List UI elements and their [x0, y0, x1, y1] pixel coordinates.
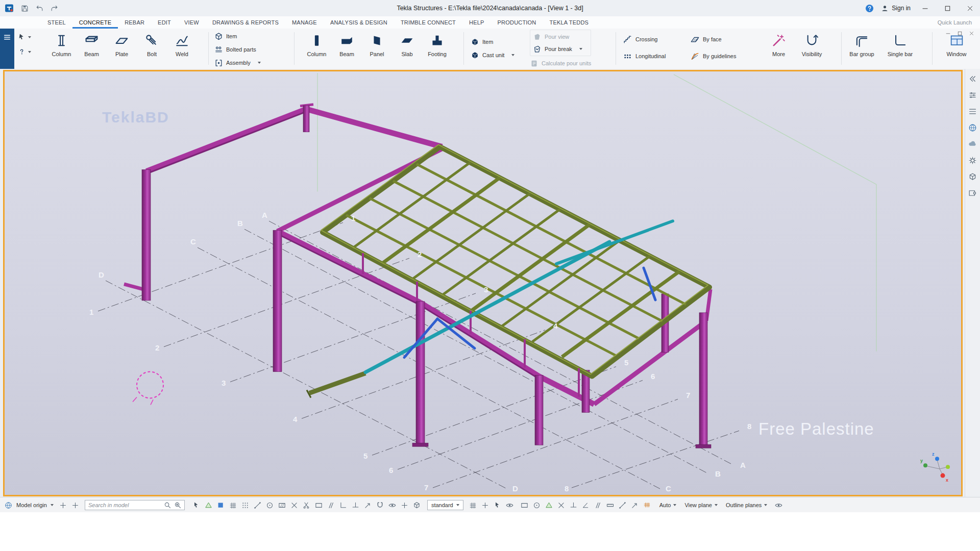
- bolt-button[interactable]: Bolt: [137, 30, 166, 67]
- tab-trimble-connect[interactable]: TRIMBLE CONNECT: [394, 16, 462, 29]
- sign-in-button[interactable]: Sign in: [880, 4, 911, 13]
- by-face-button[interactable]: By face: [690, 33, 736, 45]
- grid-icon[interactable]: [229, 501, 237, 510]
- ruler-icon[interactable]: [606, 501, 615, 510]
- magnifier-icon[interactable]: [163, 501, 172, 510]
- by-guidelines-button[interactable]: By guidelines: [690, 50, 736, 62]
- cursor-icon[interactable]: [192, 501, 201, 510]
- bolted-parts-button[interactable]: Bolted parts: [214, 43, 261, 56]
- grid-icon[interactable]: [469, 501, 477, 510]
- cross-icon[interactable]: [557, 501, 566, 510]
- concrete-column-button[interactable]: Column: [302, 30, 331, 67]
- search-in-model[interactable]: [85, 500, 185, 510]
- ribbon-close-icon[interactable]: [968, 30, 975, 37]
- ribbon-maximize-icon[interactable]: [957, 30, 963, 37]
- assembly-button[interactable]: Assembly: [214, 57, 261, 69]
- select-tool-button[interactable]: [17, 33, 31, 41]
- puzzle-icon[interactable]: [968, 188, 977, 198]
- parallel-icon[interactable]: [594, 501, 602, 510]
- model-view[interactable]: TeklaBD: [3, 70, 963, 496]
- tab-edit[interactable]: EDIT: [151, 16, 178, 29]
- close-button[interactable]: [962, 0, 978, 16]
- plate-button[interactable]: Plate: [107, 30, 136, 67]
- tab-help[interactable]: HELP: [462, 16, 491, 29]
- angle-icon[interactable]: [581, 501, 590, 510]
- tab-view[interactable]: VIEW: [178, 16, 206, 29]
- outline-planes-dropdown[interactable]: Outline planes: [726, 502, 767, 508]
- hatch-icon[interactable]: [278, 501, 286, 510]
- triangle-icon[interactable]: [204, 501, 213, 510]
- tab-rebar[interactable]: REBAR: [118, 16, 151, 29]
- concrete-beam-button[interactable]: Beam: [332, 30, 361, 67]
- crossing-button[interactable]: Crossing: [623, 33, 666, 45]
- perpendicular-icon[interactable]: [569, 501, 578, 510]
- plus-icon[interactable]: [400, 501, 409, 510]
- concrete-item-button[interactable]: Item: [471, 36, 514, 48]
- circle-icon[interactable]: [532, 501, 541, 510]
- minimize-button[interactable]: [917, 0, 933, 16]
- save-button[interactable]: [20, 4, 29, 13]
- view-plane-dropdown[interactable]: View plane: [684, 502, 718, 508]
- slab-button[interactable]: Slab: [393, 30, 422, 67]
- magnet-icon[interactable]: [376, 501, 384, 510]
- plus-icon[interactable]: [59, 501, 67, 510]
- perpendicular-icon[interactable]: [351, 501, 360, 510]
- chevrons-left-icon[interactable]: [968, 74, 977, 84]
- steel-beam-button[interactable]: Beam: [77, 30, 106, 67]
- more-button[interactable]: More: [764, 30, 793, 67]
- inquire-tool-button[interactable]: [17, 47, 31, 56]
- quick-launch-search[interactable]: Quick Launch: [890, 16, 972, 29]
- single-bar-button[interactable]: Single bar: [886, 30, 915, 67]
- undo-button[interactable]: [35, 4, 44, 13]
- parallel-icon[interactable]: [327, 501, 335, 510]
- cloud-icon[interactable]: [968, 139, 977, 149]
- list-icon[interactable]: [968, 107, 977, 116]
- tab-drawings-reports[interactable]: DRAWINGS & REPORTS: [206, 16, 285, 29]
- file-menu-button[interactable]: [0, 29, 14, 69]
- magnifier-list-icon[interactable]: [174, 501, 182, 510]
- cursor-icon[interactable]: [493, 501, 502, 510]
- scissors-icon[interactable]: [302, 501, 311, 510]
- rect-icon[interactable]: [520, 501, 529, 510]
- eye-icon[interactable]: [774, 501, 783, 510]
- search-in-model-input[interactable]: [87, 502, 162, 509]
- tab-analysis-design[interactable]: ANALYSIS & DESIGN: [324, 16, 394, 29]
- globe-icon[interactable]: [968, 123, 977, 133]
- panel-button[interactable]: Panel: [362, 30, 391, 67]
- rect-icon[interactable]: [314, 501, 323, 510]
- steel-column-button[interactable]: Column: [47, 30, 76, 67]
- visibility-button[interactable]: Visibility: [797, 30, 826, 67]
- footing-button[interactable]: Footing: [423, 30, 452, 67]
- tab-concrete[interactable]: CONCRETE: [72, 16, 118, 29]
- elbow-icon[interactable]: [339, 501, 348, 510]
- eye-icon[interactable]: [388, 501, 397, 510]
- longitudinal-button[interactable]: Longitudinal: [623, 50, 666, 62]
- cross-icon[interactable]: [290, 501, 299, 510]
- tab-steel[interactable]: STEEL: [41, 16, 72, 29]
- cast-unit-button[interactable]: Cast unit: [471, 49, 514, 61]
- arrow-ne-icon[interactable]: [630, 501, 639, 510]
- arrow-ne-icon[interactable]: [363, 501, 372, 510]
- calculate-pour-units-button[interactable]: Calculate pour units: [530, 57, 591, 69]
- bluesquare-icon[interactable]: [216, 501, 225, 510]
- weld-button[interactable]: Weld: [167, 30, 197, 67]
- cube-small-icon[interactable]: [968, 172, 977, 182]
- model-3d-scene[interactable]: TeklaBD: [5, 71, 961, 495]
- item-button[interactable]: Item: [214, 30, 261, 42]
- pour-break-button[interactable]: Pour break: [533, 43, 588, 55]
- auto-dropdown[interactable]: Auto: [659, 502, 677, 508]
- bar-group-button[interactable]: Bar group: [847, 30, 876, 67]
- tab-manage[interactable]: MANAGE: [285, 16, 324, 29]
- diagonal-icon[interactable]: [618, 501, 627, 510]
- eye-icon[interactable]: [505, 501, 514, 510]
- plus-icon[interactable]: [71, 501, 80, 510]
- ribbon-minimize-icon[interactable]: [945, 30, 951, 37]
- tab-production[interactable]: PRODUCTION: [491, 16, 543, 29]
- orange-grid-icon[interactable]: [643, 501, 651, 510]
- plus-icon[interactable]: [481, 501, 489, 510]
- redo-button[interactable]: [50, 4, 59, 13]
- maximize-button[interactable]: [939, 0, 955, 16]
- cube-small-icon[interactable]: [412, 501, 421, 510]
- diagonal-icon[interactable]: [253, 501, 262, 510]
- help-button[interactable]: [865, 4, 874, 13]
